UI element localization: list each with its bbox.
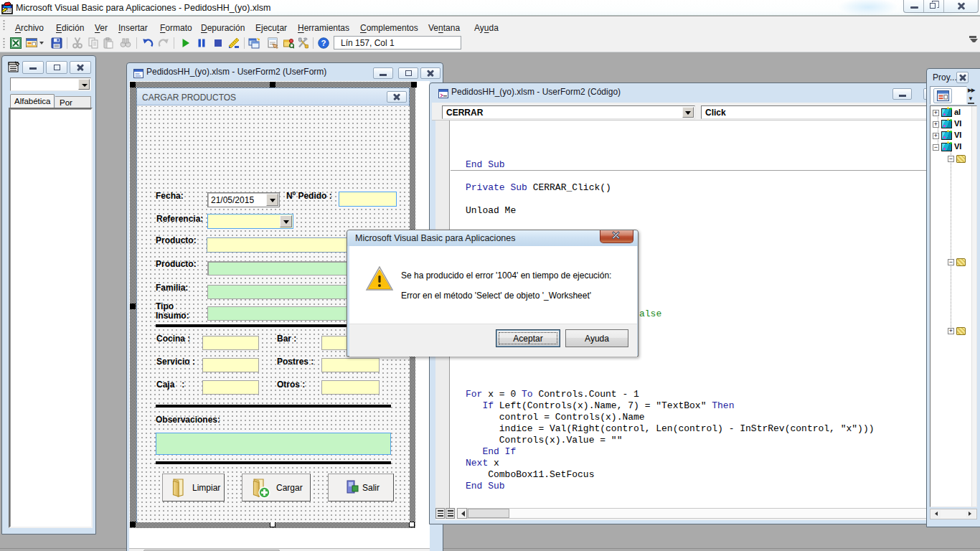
svg-text:?: ? — [321, 39, 326, 47]
